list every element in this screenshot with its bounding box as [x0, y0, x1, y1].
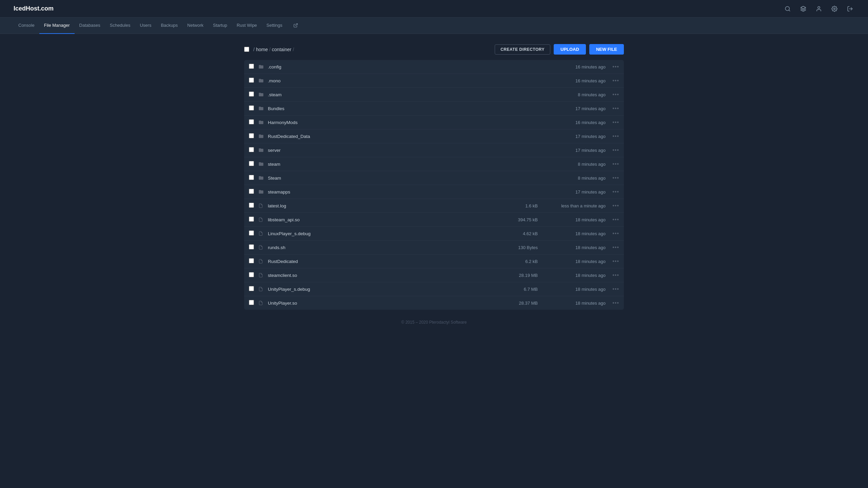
file-name[interactable]: Bundles — [268, 106, 494, 111]
logout-button[interactable] — [846, 4, 854, 13]
file-name[interactable]: .steam — [268, 92, 494, 97]
upload-button[interactable]: UPLOAD — [554, 44, 586, 55]
row-checkbox[interactable] — [249, 189, 254, 194]
row-checkbox[interactable] — [249, 217, 254, 222]
file-name[interactable]: server — [268, 148, 494, 153]
svg-point-3 — [818, 6, 820, 8]
file-name[interactable]: UnityPlayer_s.debug — [268, 287, 494, 292]
row-checkbox-wrap — [249, 161, 258, 167]
file-name[interactable]: latest.log — [268, 203, 494, 208]
row-checkbox[interactable] — [249, 92, 254, 97]
file-type-icon — [258, 161, 268, 167]
row-checkbox[interactable] — [249, 161, 254, 166]
nav-rust-wipe[interactable]: Rust Wipe — [232, 18, 262, 34]
breadcrumb-home[interactable]: home — [256, 47, 268, 52]
create-directory-button[interactable]: CREATE DIRECTORY — [495, 44, 550, 55]
row-checkbox[interactable] — [249, 300, 254, 305]
file-date: 18 minutes ago — [538, 273, 606, 278]
row-checkbox[interactable] — [249, 105, 254, 110]
nav-backups[interactable]: Backups — [156, 18, 182, 34]
table-row: server 17 minutes ago ••• — [244, 143, 624, 157]
nav-databases[interactable]: Databases — [75, 18, 105, 34]
row-checkbox[interactable] — [249, 244, 254, 249]
row-checkbox-wrap — [249, 175, 258, 181]
file-menu-button[interactable]: ••• — [606, 133, 619, 139]
row-checkbox-wrap — [249, 119, 258, 125]
file-menu-button[interactable]: ••• — [606, 161, 619, 167]
file-name[interactable]: Steam — [268, 176, 494, 181]
file-icon — [258, 272, 263, 278]
table-row: Steam 8 minutes ago ••• — [244, 171, 624, 185]
row-checkbox[interactable] — [249, 64, 254, 69]
nav-file-manager[interactable]: File Manager — [39, 18, 75, 34]
row-checkbox[interactable] — [249, 175, 254, 180]
file-name[interactable]: steamclient.so — [268, 273, 494, 278]
file-menu-button[interactable]: ••• — [606, 300, 619, 306]
row-checkbox[interactable] — [249, 119, 254, 124]
file-type-icon — [258, 300, 268, 306]
layers-button[interactable] — [799, 4, 808, 13]
file-menu-button[interactable]: ••• — [606, 272, 619, 278]
file-menu-button[interactable]: ••• — [606, 286, 619, 292]
file-size: 4.62 kB — [494, 231, 538, 236]
file-menu-button[interactable]: ••• — [606, 189, 619, 195]
breadcrumb-container[interactable]: container — [272, 47, 292, 52]
row-checkbox[interactable] — [249, 258, 254, 263]
file-menu-button[interactable]: ••• — [606, 258, 619, 264]
search-button[interactable] — [783, 4, 792, 13]
file-name[interactable]: steam — [268, 162, 494, 167]
file-name[interactable]: runds.sh — [268, 245, 494, 250]
file-menu-button[interactable]: ••• — [606, 92, 619, 98]
file-name[interactable]: LinuxPlayer_s.debug — [268, 231, 494, 236]
file-name[interactable]: .mono — [268, 78, 494, 83]
file-name[interactable]: HarmonyMods — [268, 120, 494, 125]
table-row: UnityPlayer_s.debug 6.7 MB 18 minutes ag… — [244, 282, 624, 296]
file-menu-button[interactable]: ••• — [606, 217, 619, 223]
file-name[interactable]: steamapps — [268, 189, 494, 195]
file-name[interactable]: .config — [268, 64, 494, 69]
file-icon — [258, 245, 263, 250]
app-logo[interactable]: IcedHost.com — [14, 5, 54, 12]
file-name[interactable]: RustDedicated_Data — [268, 134, 494, 139]
row-checkbox-wrap — [249, 272, 258, 278]
settings-button[interactable] — [830, 4, 839, 13]
row-checkbox[interactable] — [249, 272, 254, 277]
nav-startup[interactable]: Startup — [208, 18, 232, 34]
file-date: less than a minute ago — [538, 203, 606, 208]
nav-schedules[interactable]: Schedules — [105, 18, 135, 34]
file-menu-button[interactable]: ••• — [606, 230, 619, 237]
table-row: UnityPlayer.so 28.37 MB 18 minutes ago •… — [244, 296, 624, 310]
file-menu-button[interactable]: ••• — [606, 64, 619, 70]
select-all-checkbox[interactable] — [244, 47, 249, 52]
file-menu-button[interactable]: ••• — [606, 203, 619, 209]
file-menu-button[interactable]: ••• — [606, 147, 619, 153]
row-checkbox[interactable] — [249, 230, 254, 236]
folder-icon — [258, 175, 264, 181]
external-link-icon — [293, 23, 298, 28]
file-size: 6.2 kB — [494, 259, 538, 264]
nav-console[interactable]: Console — [14, 18, 39, 34]
file-icon — [258, 217, 263, 222]
nav-users[interactable]: Users — [135, 18, 156, 34]
file-name[interactable]: libsteam_api.so — [268, 217, 494, 222]
nav-settings[interactable]: Settings — [262, 18, 287, 34]
nav-external[interactable] — [289, 18, 303, 34]
nav-network[interactable]: Network — [182, 18, 208, 34]
file-name[interactable]: UnityPlayer.so — [268, 301, 494, 306]
file-date: 8 minutes ago — [538, 162, 606, 167]
row-checkbox[interactable] — [249, 133, 254, 138]
row-checkbox[interactable] — [249, 203, 254, 208]
row-checkbox[interactable] — [249, 78, 254, 83]
file-name[interactable]: RustDedicated — [268, 259, 494, 264]
user-button[interactable] — [814, 4, 823, 13]
file-menu-button[interactable]: ••• — [606, 119, 619, 125]
file-menu-button[interactable]: ••• — [606, 175, 619, 181]
table-row: steamapps 17 minutes ago ••• — [244, 185, 624, 199]
file-menu-button[interactable]: ••• — [606, 105, 619, 111]
file-menu-button[interactable]: ••• — [606, 78, 619, 84]
row-checkbox[interactable] — [249, 147, 254, 152]
file-menu-button[interactable]: ••• — [606, 244, 619, 250]
new-file-button[interactable]: NEW FILE — [589, 44, 624, 55]
row-checkbox[interactable] — [249, 286, 254, 291]
file-type-icon — [258, 259, 268, 264]
